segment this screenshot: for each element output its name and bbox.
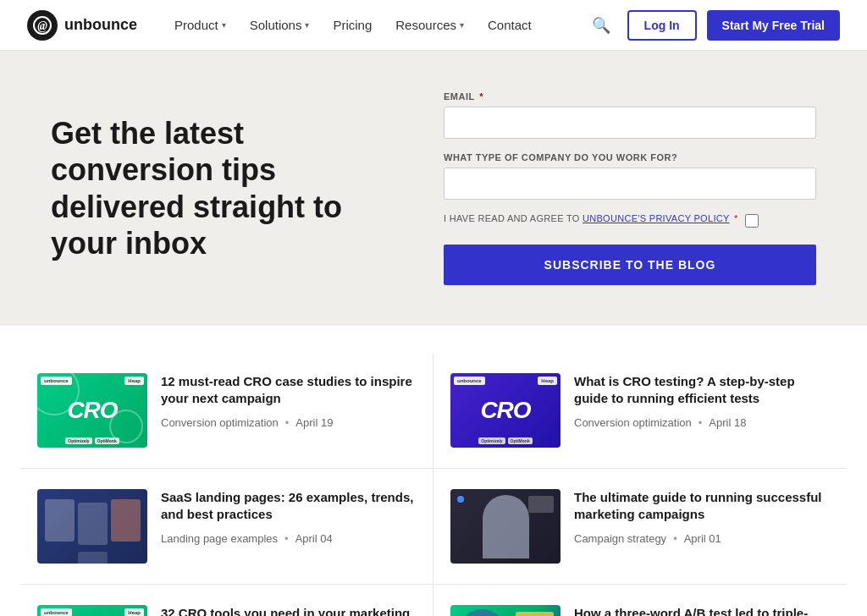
nav-resources[interactable]: Resources ▾ [385,11,474,39]
blog-title[interactable]: The ultimate guide to running successful… [574,489,830,524]
logo-icon: @ [27,10,58,41]
blog-thumbnail: Bolay [450,605,561,616]
privacy-text: I HAVE READ AND AGREE TO UNBOUNCE'S PRIV… [444,213,738,223]
email-label: EMAIL * [444,91,816,102]
blog-content: How a three-word A/B test led to triple-… [574,605,830,616]
blog-date: April 04 [295,532,333,545]
search-button[interactable]: 🔍 [585,9,617,41]
list-item: The ultimate guide to running successful… [434,469,847,585]
navigation: @ unbounce Product ▾ Solutions ▾ Pricing… [0,0,867,51]
company-group: WHAT TYPE OF COMPANY DO YOU WORK FOR? [444,152,816,200]
trial-button[interactable]: Start My Free Trial [707,10,840,41]
privacy-policy-link[interactable]: UNBOUNCE'S PRIVACY POLICY [583,213,730,223]
company-label: WHAT TYPE OF COMPANY DO YOU WORK FOR? [444,152,816,162]
hero-title: Get the latest conversion tips delivered… [51,115,389,261]
subscription-form: EMAIL * WHAT TYPE OF COMPANY DO YOU WORK… [444,91,816,285]
meta-separator: • [673,532,677,545]
blog-thumbnail [450,489,561,564]
logo[interactable]: @ unbounce [27,10,137,41]
blog-section: unbounce Heap CRO Optimizely OptiMonk 12… [0,326,867,616]
list-item: unbounce Heap CRO Optimizely OptiMonk 32… [20,585,434,616]
blog-category: Conversion optimization [161,416,279,429]
blog-date: April 01 [684,532,721,545]
hero-section: Get the latest conversion tips delivered… [0,51,867,326]
email-input[interactable] [444,107,816,139]
nav-solutions[interactable]: Solutions ▾ [240,11,320,39]
privacy-row: I HAVE READ AND AGREE TO UNBOUNCE'S PRIV… [444,213,816,228]
blog-meta: Conversion optimization • April 18 [574,416,830,429]
required-marker: * [477,91,483,102]
required-marker: * [732,213,738,223]
blog-title[interactable]: SaaS landing pages: 26 examples, trends,… [161,489,416,524]
blog-thumbnail [37,489,147,564]
list-item: unbounce Heap CRO Optimizely OptiMonk Wh… [434,353,847,469]
company-input[interactable] [444,168,816,200]
blog-thumbnail: unbounce Heap CRO Optimizely OptiMonk [37,605,147,616]
blog-thumbnail: unbounce Heap CRO Optimizely OptiMonk [450,373,561,448]
blog-title[interactable]: How a three-word A/B test led to triple-… [574,605,830,616]
privacy-checkbox[interactable] [745,214,759,228]
blog-content: What is CRO testing? A step-by-step guid… [574,373,830,429]
blog-content: The ultimate guide to running successful… [574,489,830,545]
login-button[interactable]: Log In [627,10,697,41]
nav-right: 🔍 Log In Start My Free Trial [585,9,840,41]
blog-content: 12 must-read CRO case studies to inspire… [161,373,416,429]
blog-thumbnail: unbounce Heap CRO Optimizely OptiMonk [37,373,147,448]
chevron-down-icon: ▾ [222,20,226,30]
blog-meta: Landing page examples • April 04 [161,532,416,545]
nav-links: Product ▾ Solutions ▾ Pricing Resources … [164,11,542,39]
blog-content: 32 CRO tools you need in your marketing … [161,605,416,616]
blog-title[interactable]: What is CRO testing? A step-by-step guid… [574,373,830,408]
email-group: EMAIL * [444,91,816,139]
blog-category: Landing page examples [161,532,278,545]
list-item: Bolay How a three-word A/B test led to t… [434,585,847,616]
blog-meta: Conversion optimization • April 19 [161,416,416,429]
blog-date: April 19 [295,416,333,429]
blog-title[interactable]: 12 must-read CRO case studies to inspire… [161,373,416,408]
list-item: unbounce Heap CRO Optimizely OptiMonk 12… [20,353,434,469]
blog-grid: unbounce Heap CRO Optimizely OptiMonk 12… [20,353,847,616]
blog-category: Conversion optimization [574,416,692,429]
blog-category: Campaign strategy [574,532,666,545]
logo-text: unbounce [64,16,137,34]
chevron-down-icon: ▾ [460,20,464,30]
meta-separator: • [699,416,703,429]
subscribe-button[interactable]: SUBSCRIBE TO THE BLOG [444,245,816,285]
meta-separator: • [284,532,289,545]
blog-date: April 18 [709,416,746,429]
nav-left: @ unbounce Product ▾ Solutions ▾ Pricing… [27,10,542,41]
nav-contact[interactable]: Contact [478,11,542,39]
nav-pricing[interactable]: Pricing [323,11,382,39]
blog-meta: Campaign strategy • April 01 [574,532,830,545]
list-item: SaaS landing pages: 26 examples, trends,… [20,469,434,585]
blog-content: SaaS landing pages: 26 examples, trends,… [161,489,416,545]
meta-separator: • [285,416,290,429]
hero-left: Get the latest conversion tips delivered… [51,115,389,261]
svg-text:@: @ [37,19,47,32]
blog-title[interactable]: 32 CRO tools you need in your marketing … [161,605,416,616]
search-icon: 🔍 [592,17,610,34]
chevron-down-icon: ▾ [305,20,309,30]
nav-product[interactable]: Product ▾ [164,11,236,39]
